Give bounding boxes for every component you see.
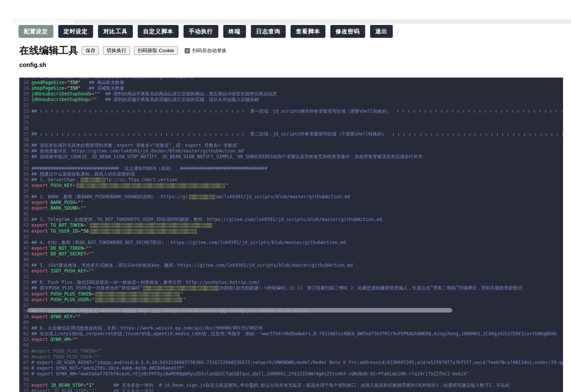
code-token: PUSH_PLUS_TOKEN bbox=[51, 291, 92, 297]
code-editor[interactable]: 17## UN_SUBSCRIBES（选填）由脚本会export，无需在conf… bbox=[19, 78, 563, 392]
code-line[interactable]: 38## 2. BARK，教程（看BARK_PUSH和BARK_SOUND的说明… bbox=[19, 194, 563, 200]
save-button[interactable]: 保存 bbox=[82, 46, 99, 55]
code-line[interactable]: 43export TG_BOT_TOKEN=' bbox=[19, 222, 563, 228]
code-line[interactable]: 65#export PUSH_PLUS_TOKEN="" bbox=[19, 348, 563, 354]
code-line[interactable]: 55export PUSH_PLUS_TOKEN=" bbox=[19, 291, 563, 297]
code-token: ## 依次填上corpid的值,corpsecret的值,touser的值,ag… bbox=[31, 331, 557, 336]
code-line[interactable]: 30## 其他变量详见：https://gitee.com/lxk0301/jd… bbox=[19, 148, 563, 154]
code-token: ## 遇到此店铺不再取关此店铺以及它后面的店铺，请从头开始输入店铺名称 bbox=[105, 97, 259, 102]
code-line[interactable]: 40export BARK_SOUND="" bbox=[19, 205, 563, 211]
checkbox-check-icon[interactable]: ✓ bbox=[185, 48, 190, 53]
code-line[interactable]: 50## 5. iGot聚合推送，支持多方式推送，填写iGot的推送key。教程… bbox=[19, 263, 563, 268]
nav-terminal[interactable]: 终端 bbox=[223, 25, 246, 38]
code-token: ## 请在本区域补充其他你需要用到变量，export 变量名="变量值"，或：e… bbox=[31, 143, 240, 148]
code-line[interactable]: 28 bbox=[19, 137, 563, 143]
censored-value-blur bbox=[143, 286, 219, 291]
code-line[interactable]: 71export JD_BEAN_STOP="1" ## 京东多合一签到 # j… bbox=[19, 383, 563, 388]
code-token: ## 6. Push Plus，微信扫码登录后一对一推送或一对多推送，参考文档：… bbox=[31, 280, 260, 285]
code-token: jdUnsubscribeStopShop bbox=[31, 97, 89, 102]
code-line[interactable]: 47export DD_BOT_TOKEN="" bbox=[19, 246, 563, 251]
code-line[interactable]: 21jdUnsubscribeStopShop="" ## 遇到此店铺不再取关此… bbox=[19, 97, 563, 103]
code-line[interactable]: 53## 6. Push Plus，微信扫码登录后一对一推送或一对多推送，参考文… bbox=[19, 280, 563, 285]
code-line[interactable]: 36export PUSH_KEY=" bbox=[19, 183, 563, 188]
nav-view-script[interactable]: 查看脚本 bbox=[291, 25, 325, 38]
code-line[interactable]: 22 bbox=[19, 103, 563, 108]
line-number: 26 bbox=[19, 126, 29, 131]
code-line[interactable]: 18goodPageSize="350" ## 商品取关数量 bbox=[19, 80, 563, 86]
code-line[interactable]: 46## 4. 钉钉，教程（看DD_BOT_TOKEN和DD_BOT_SECRE… bbox=[19, 240, 563, 246]
code-line[interactable]: 25 bbox=[19, 120, 563, 126]
nav-change-password[interactable]: 修改密码 bbox=[330, 25, 365, 38]
code-line[interactable]: 42## 3. Telegram，如需使用，TG_BOT_TOKEN和TG_US… bbox=[19, 217, 563, 222]
code-token: JD_BEAN_STOP bbox=[51, 383, 84, 388]
code-token: export bbox=[31, 314, 48, 319]
line-number: 20 bbox=[19, 91, 29, 97]
code-line[interactable]: 29## 请在本区域补充其他你需要用到变量，export 变量名="变量值"，或… bbox=[19, 143, 563, 148]
code-line[interactable]: 63export QYWX_AM="" bbox=[19, 337, 563, 342]
top-page-strip-tab bbox=[14, 19, 75, 23]
code-line[interactable]: 31## 该链接中除JD_COOKIE、JD_BEAN_SIGN_STOP_NO… bbox=[19, 154, 563, 160]
nav-log-query[interactable]: 日志查询 bbox=[251, 25, 286, 38]
code-token: " bbox=[226, 183, 229, 188]
code-line[interactable]: 20jdUnsubscribeStopGoods="" ## 遇到此商品不再取关… bbox=[19, 91, 563, 97]
code-line[interactable]: 23## ↑ ↑ ↑ ↑ ↑ ↑ ↑ ↑ ↑ ↑ ↑ ↑ ↑ ↑ ↑ ↑ ↑ ↑… bbox=[19, 109, 563, 114]
code-line[interactable]: 68# export QYWX_KEY="adcb27d1-28c4-4abb-… bbox=[19, 366, 563, 371]
line-number: 42 bbox=[19, 217, 29, 222]
line-number: 25 bbox=[19, 120, 29, 126]
auto-replace-label: 扫码后自动替换 bbox=[192, 47, 227, 54]
code-line[interactable]: 39export BARK_PUSH="" bbox=[19, 200, 563, 205]
nav-logout[interactable]: 退出 bbox=[370, 25, 393, 38]
nav-manual-run[interactable]: 手动执行 bbox=[184, 25, 218, 38]
code-token: ## 该链接中除JD_COOKIE、JD_BEAN_SIGN_STOP_NOTI… bbox=[31, 154, 423, 159]
code-line[interactable]: 48export DD_BOT_SECRET="" bbox=[19, 251, 563, 257]
code-line[interactable]: 69# export QYWX_AM="wwe5abaf787bf6cec6,r… bbox=[19, 371, 563, 377]
line-number: 52 bbox=[19, 274, 29, 280]
nav-schedule[interactable]: 定时设定 bbox=[58, 25, 93, 38]
code-line[interactable]: 19shopPageSize="350" ## 店铺取关数量 bbox=[19, 86, 563, 91]
toggle-wrap-button[interactable]: 切换换行 bbox=[103, 46, 130, 55]
code-line[interactable]: 72#export JD_BEAN_STOP="1" ## 京东多合一签到 bbox=[19, 388, 563, 392]
nav-config[interactable]: 配置设定 bbox=[19, 25, 53, 38]
code-line[interactable]: 59export QYWX_KEY="" bbox=[19, 314, 563, 320]
line-number: 34 bbox=[19, 171, 29, 177]
code-line[interactable]: 54## 其中PUSH_PLUS_USER是一对多推送的“群组编码”的群组(如无… bbox=[19, 285, 563, 291]
code-line[interactable]: 70 bbox=[19, 377, 563, 383]
code-token: ## UN_SUBSCRIBES（选填）由脚本会export，无需在config… bbox=[31, 78, 196, 79]
code-token: ' bbox=[86, 222, 89, 228]
code-line[interactable]: 37 bbox=[19, 188, 563, 194]
code-token: ## 1. ServerChan， bbox=[31, 177, 80, 182]
code-line[interactable]: 44export TG_USER_ID="56 bbox=[19, 229, 563, 234]
code-line[interactable]: 41 bbox=[19, 211, 563, 217]
scan-cookie-button[interactable]: 扫码获取 Cookie bbox=[134, 46, 178, 55]
code-line[interactable]: 27## ↓ ↓ ↓ ↓ ↓ ↓ ↓ ↓ ↓ ↓ ↓ ↓ ↓ ↓ ↓ ↓ ↓ ↓… bbox=[19, 131, 563, 137]
code-line[interactable]: 64 bbox=[19, 342, 563, 348]
code-line[interactable]: 66#export PUSH_PLUS_USER="" bbox=[19, 354, 563, 360]
line-number: 64 bbox=[19, 342, 29, 348]
line-number: 39 bbox=[19, 200, 29, 205]
code-line[interactable]: 49 bbox=[19, 257, 563, 263]
line-number: 43 bbox=[19, 222, 29, 228]
code-line[interactable]: 67# export JD_USER_AGENT="jdapp;android;… bbox=[19, 360, 563, 366]
nav-custom-script[interactable]: 自定义脚本 bbox=[138, 25, 179, 38]
line-number: 55 bbox=[19, 291, 29, 297]
code-line[interactable]: 62## 依次填上corpid的值,corpsecret的值,touser的值,… bbox=[19, 331, 563, 337]
code-line[interactable]: 35## 1. ServerChan，tp://sc.ftqq.com/3.ve… bbox=[19, 177, 563, 183]
code-line[interactable]: 60 bbox=[19, 320, 563, 325]
code-line[interactable]: 51export IGOT_PUSH_KEY="" bbox=[19, 268, 563, 274]
auto-replace-checkbox[interactable]: ✓ 扫码后自动替换 bbox=[185, 47, 227, 54]
line-number: 65 bbox=[19, 348, 29, 354]
nav-compare[interactable]: 对比工具 bbox=[98, 25, 133, 38]
code-line[interactable]: 26 bbox=[19, 126, 563, 131]
code-line[interactable]: 52 bbox=[19, 274, 563, 280]
code-lines: 17## UN_SUBSCRIBES（选填）由脚本会export，无需在conf… bbox=[19, 78, 563, 392]
code-line[interactable]: 61## 8. 企业微信应用消息推送的值，文档：https://work.wei… bbox=[19, 325, 563, 331]
code-token: = bbox=[92, 291, 94, 297]
horizontal-scrollbar[interactable] bbox=[28, 308, 452, 313]
code-line[interactable]: 56export PUSH_PLUS_USER="" bbox=[19, 297, 563, 303]
code-line[interactable]: 57 bbox=[19, 303, 563, 308]
code-line[interactable]: 34## 想通过什么渠道收取通知，就填入对应渠道的值 bbox=[19, 171, 563, 177]
code-line[interactable]: 32 bbox=[19, 160, 563, 165]
code-line[interactable]: 45 bbox=[19, 234, 563, 240]
code-line[interactable]: 33################################ 定义通知T… bbox=[19, 166, 563, 171]
code-line[interactable]: 24 bbox=[19, 114, 563, 120]
